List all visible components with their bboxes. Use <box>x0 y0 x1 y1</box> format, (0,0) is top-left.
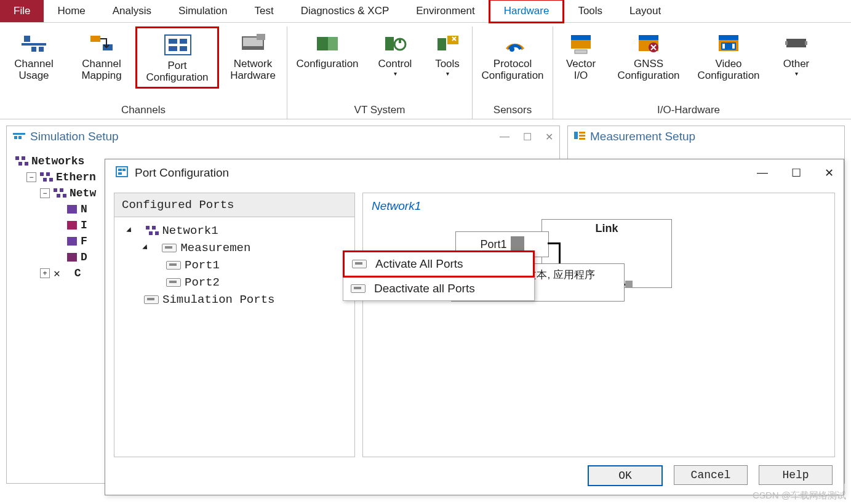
vt-configuration-label: Configuration <box>296 58 358 70</box>
ribbon-group-io: Vector I/O GNSS Configuration Video Conf… <box>553 26 824 119</box>
ribbon: Channel Usage Channel Mapping Port Confi… <box>0 23 851 119</box>
svg-rect-8 <box>180 39 187 44</box>
sim-maximize-icon[interactable]: ☐ <box>523 131 532 143</box>
port-configuration-button[interactable]: Port Configuration <box>135 26 219 89</box>
dialog-minimize-icon[interactable]: — <box>757 166 768 180</box>
vector-io-button[interactable]: Vector I/O <box>553 26 609 85</box>
other-io-button[interactable]: Other▾ <box>769 26 824 85</box>
channel-usage-icon <box>19 30 49 56</box>
menu-bar: File Home Analysis Simulation Test Diagn… <box>0 0 851 23</box>
svg-rect-23 <box>571 35 591 40</box>
ok-button[interactable]: OK <box>588 465 663 486</box>
tree-label: N <box>81 203 87 215</box>
vt-tools-icon <box>433 30 462 56</box>
network-icon <box>54 188 66 198</box>
expand-icon[interactable] <box>126 227 133 234</box>
port-icon <box>352 260 367 268</box>
gnss-configuration-button[interactable]: GNSS Configuration <box>609 26 689 85</box>
svg-rect-40 <box>579 132 585 134</box>
menu-deactivate-all-ports[interactable]: Deactivate all Ports <box>343 277 534 300</box>
tree-row-port1[interactable]: Port1 <box>118 257 351 274</box>
configured-ports-header: Configured Ports <box>114 193 354 217</box>
channel-usage-label: Channel Usage <box>14 58 53 81</box>
svg-point-21 <box>509 47 514 52</box>
video-configuration-button[interactable]: Video Configuration <box>689 26 769 85</box>
group-label-io: I/O-Hardware <box>657 104 720 116</box>
network-hardware-label: Network Hardware <box>230 58 276 81</box>
tree-label: D <box>81 251 87 263</box>
menu-activate-all-ports[interactable]: Activate All Ports <box>343 250 535 278</box>
menu-file[interactable]: File <box>0 0 44 22</box>
tree-row-network1[interactable]: Network1 <box>118 222 351 239</box>
vt-configuration-icon <box>313 30 342 56</box>
vt-tools-button[interactable]: Tools▾ <box>423 26 472 81</box>
group-label-sensors: Sensors <box>493 104 532 116</box>
svg-rect-7 <box>169 39 177 44</box>
channel-usage-button[interactable]: Channel Usage <box>0 26 68 89</box>
protocol-configuration-label: Protocol Configuration <box>481 58 543 81</box>
sim-close-icon[interactable]: ✕ <box>545 131 553 143</box>
tree-label: Measuremen <box>180 241 250 255</box>
svg-rect-6 <box>165 35 191 55</box>
svg-rect-10 <box>180 46 187 51</box>
menu-diagnostics[interactable]: Diagnostics & XCP <box>287 0 403 22</box>
group-label-vt: VT System <box>354 104 406 116</box>
port-configuration-label: Port Configuration <box>146 60 208 83</box>
configured-ports-tree[interactable]: Configured Ports Network1 Measuremen Por… <box>114 193 355 457</box>
vt-configuration-button[interactable]: Configuration <box>287 26 367 81</box>
menu-analysis[interactable]: Analysis <box>99 0 165 22</box>
port-configuration-dialog: Port Configuration — ☐ ✕ Configured Port… <box>105 159 844 495</box>
dialog-close-icon[interactable]: ✕ <box>825 166 834 180</box>
svg-rect-45 <box>122 169 126 171</box>
port1-label: Port1 <box>480 238 506 251</box>
tree-label: F <box>81 235 87 247</box>
sim-minimize-icon[interactable]: — <box>500 131 509 143</box>
svg-rect-35 <box>805 41 807 45</box>
channel-mapping-button[interactable]: Channel Mapping <box>68 26 135 89</box>
wire <box>548 242 560 244</box>
svg-rect-34 <box>785 41 788 45</box>
svg-rect-4 <box>90 36 100 42</box>
vector-io-label: Vector I/O <box>566 58 596 81</box>
tree-row-simulation-ports[interactable]: Simulation Ports <box>118 291 351 308</box>
svg-rect-38 <box>18 136 22 139</box>
menu-hardware[interactable]: Hardware <box>489 0 565 23</box>
vt-control-button[interactable]: Control▾ <box>367 26 423 81</box>
dialog-maximize-icon[interactable]: ☐ <box>791 166 801 180</box>
menu-tools[interactable]: Tools <box>564 0 616 22</box>
menu-test[interactable]: Test <box>241 0 287 22</box>
vt-tools-label: Tools <box>435 58 460 70</box>
group-label-channels: Channels <box>121 104 166 116</box>
channel-mapping-icon <box>87 30 116 56</box>
expander-icon[interactable]: − <box>26 172 36 182</box>
menu-home[interactable]: Home <box>44 0 98 22</box>
svg-rect-42 <box>579 138 585 140</box>
protocol-configuration-button[interactable]: Protocol Configuration <box>473 26 553 85</box>
gnss-configuration-icon <box>634 30 663 56</box>
context-menu: Activate All Ports Deactivate all Ports <box>343 250 535 301</box>
svg-rect-3 <box>39 47 44 52</box>
menu-layout[interactable]: Layout <box>616 0 674 22</box>
svg-rect-32 <box>732 44 735 49</box>
measurement-setup-title: Measurement Setup <box>590 130 695 143</box>
tree-label: Network1 <box>162 224 218 238</box>
other-io-label: Other <box>783 58 810 70</box>
expander-icon[interactable]: + <box>40 268 50 278</box>
menu-item-label: Activate All Ports <box>375 257 463 271</box>
cancel-button[interactable]: Cancel <box>674 465 748 485</box>
simulation-setup-icon <box>13 130 25 143</box>
svg-rect-16 <box>385 37 394 50</box>
ribbon-group-channels: Channel Usage Channel Mapping Port Confi… <box>0 26 287 119</box>
network-icon <box>146 226 158 236</box>
menu-environment[interactable]: Environment <box>402 0 488 22</box>
interface-icon <box>67 221 77 230</box>
expander-icon[interactable]: − <box>40 188 50 198</box>
tree-row-port2[interactable]: Port2 <box>118 274 351 291</box>
help-button[interactable]: Help <box>759 465 833 485</box>
tree-row-measurement-ports[interactable]: Measuremen <box>118 239 351 257</box>
network-hardware-button[interactable]: Network Hardware <box>219 26 287 89</box>
tree-label: C <box>74 267 81 279</box>
menu-simulation[interactable]: Simulation <box>165 0 241 22</box>
expand-icon[interactable] <box>142 244 149 251</box>
svg-rect-43 <box>116 167 127 177</box>
